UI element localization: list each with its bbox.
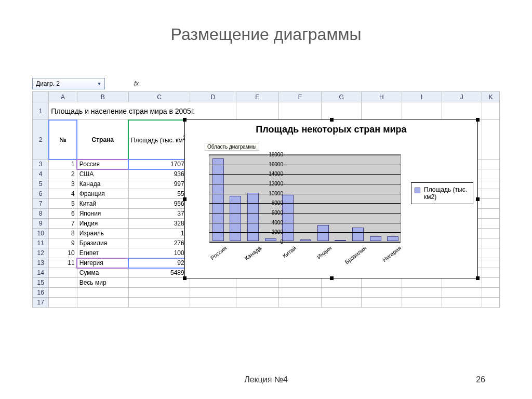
cell[interactable]: 10 bbox=[49, 249, 76, 257]
row-header[interactable]: 13 bbox=[33, 258, 49, 268]
row-header[interactable]: 2 bbox=[33, 120, 49, 159]
bar[interactable] bbox=[300, 240, 311, 241]
fx-icon[interactable]: fx bbox=[134, 80, 139, 87]
resize-handle[interactable] bbox=[183, 197, 187, 201]
cell[interactable]: 54894 bbox=[129, 269, 190, 276]
cell[interactable]: 1002 bbox=[129, 249, 190, 257]
row-header[interactable]: 17 bbox=[33, 298, 49, 308]
row-header[interactable]: 10 bbox=[33, 229, 49, 238]
cell[interactable]: 11 bbox=[49, 259, 76, 267]
resize-handle[interactable] bbox=[330, 276, 334, 280]
select-all-corner[interactable] bbox=[33, 92, 49, 102]
col-header[interactable]: J bbox=[442, 92, 482, 102]
cell[interactable]: Япония bbox=[77, 210, 128, 217]
row-header[interactable]: 1 bbox=[33, 102, 49, 120]
cell[interactable]: Весь мир bbox=[77, 279, 128, 286]
col-header[interactable]: F bbox=[278, 92, 321, 102]
cell[interactable]: 8 bbox=[49, 230, 76, 237]
cell[interactable]: 3 bbox=[49, 180, 76, 188]
cell[interactable]: 4 bbox=[49, 190, 76, 197]
col-header[interactable]: E bbox=[236, 92, 278, 102]
col-header[interactable]: A bbox=[49, 92, 77, 102]
cell[interactable]: Площадь и население стран мира в 2005г. bbox=[49, 107, 235, 115]
cell[interactable]: Россия bbox=[77, 161, 128, 168]
legend-swatch-icon bbox=[415, 188, 420, 193]
cell[interactable]: Бразилия bbox=[77, 240, 128, 247]
bar[interactable] bbox=[370, 236, 381, 241]
y-tick-label: 2000 bbox=[262, 229, 283, 235]
cell[interactable]: 5 bbox=[49, 200, 76, 207]
resize-handle[interactable] bbox=[476, 118, 480, 122]
cell[interactable]: Площадь (тыс. км2) bbox=[129, 135, 190, 144]
row-header[interactable]: 7 bbox=[33, 199, 49, 209]
row-header[interactable]: 9 bbox=[33, 219, 49, 229]
cell[interactable]: 372 bbox=[129, 210, 190, 217]
col-header[interactable]: C bbox=[128, 92, 190, 102]
cell[interactable]: 9 bbox=[49, 240, 76, 247]
row-header[interactable]: 3 bbox=[33, 159, 49, 169]
bar[interactable] bbox=[317, 225, 329, 241]
cell[interactable]: 6 bbox=[49, 210, 76, 217]
x-tick-label: Китай bbox=[265, 245, 298, 272]
col-header[interactable]: G bbox=[321, 92, 361, 102]
cell[interactable]: США bbox=[77, 170, 128, 178]
row-header[interactable]: 12 bbox=[33, 248, 49, 258]
cell[interactable]: Египет bbox=[77, 249, 128, 257]
row-header[interactable]: 8 bbox=[33, 209, 49, 219]
resize-handle[interactable] bbox=[330, 118, 334, 122]
cell[interactable]: Индия bbox=[77, 220, 128, 227]
cell[interactable]: 9363 bbox=[129, 170, 190, 178]
row-header[interactable]: 5 bbox=[33, 179, 49, 189]
resize-handle[interactable] bbox=[183, 118, 187, 122]
row-header[interactable]: 4 bbox=[33, 169, 49, 179]
col-header[interactable]: K bbox=[482, 92, 499, 102]
cell[interactable]: 9976 bbox=[129, 180, 190, 188]
cell[interactable]: Китай bbox=[77, 200, 128, 207]
row-header[interactable]: 16 bbox=[33, 288, 49, 298]
cell[interactable]: 1 bbox=[49, 161, 76, 168]
cell[interactable]: Франция bbox=[77, 190, 128, 197]
cell[interactable]: 924 bbox=[129, 259, 190, 267]
cell[interactable]: 2 bbox=[49, 170, 76, 178]
cell[interactable]: 3288 bbox=[129, 220, 190, 227]
cell[interactable]: 2767 bbox=[129, 240, 190, 247]
row-header[interactable]: 11 bbox=[33, 238, 49, 248]
resize-handle[interactable] bbox=[183, 276, 187, 280]
cell[interactable]: № bbox=[49, 136, 76, 143]
resize-handle[interactable] bbox=[476, 197, 480, 201]
bar[interactable] bbox=[230, 196, 241, 241]
chart-legend[interactable]: Площадь (тыс. км2) bbox=[411, 182, 473, 204]
cell[interactable]: 9561 bbox=[129, 200, 190, 207]
col-header[interactable]: D bbox=[190, 92, 236, 102]
row-header[interactable]: 14 bbox=[33, 268, 49, 278]
bar[interactable] bbox=[335, 240, 346, 241]
bar[interactable] bbox=[282, 195, 294, 241]
cell[interactable]: Страна bbox=[77, 136, 128, 143]
cell[interactable]: 17075 bbox=[129, 161, 190, 168]
name-box[interactable]: Диагр. 2 ▼ bbox=[32, 78, 105, 89]
bar[interactable] bbox=[352, 228, 364, 241]
cell[interactable]: Канада bbox=[77, 180, 128, 188]
row-header[interactable]: 6 bbox=[33, 189, 49, 199]
resize-handle[interactable] bbox=[476, 276, 480, 280]
cell[interactable]: Сумма bbox=[77, 269, 128, 276]
y-tick-label: 14000 bbox=[262, 171, 283, 177]
bar[interactable] bbox=[387, 236, 398, 241]
col-header[interactable]: B bbox=[77, 92, 128, 102]
cell[interactable]: 7 bbox=[49, 220, 76, 227]
cell[interactable]: 14 bbox=[129, 230, 190, 237]
cell[interactable]: 552 bbox=[129, 190, 190, 197]
col-header[interactable]: I bbox=[402, 92, 442, 102]
embedded-chart[interactable]: Площадь некоторых стран мира Область диа… bbox=[184, 119, 478, 278]
plot-area[interactable] bbox=[209, 154, 401, 242]
bar[interactable] bbox=[247, 193, 259, 241]
chart-area-tooltip: Область диаграммы bbox=[205, 143, 259, 151]
dropdown-icon[interactable]: ▼ bbox=[97, 82, 101, 86]
x-tick-label: Бразилия bbox=[335, 245, 368, 272]
row-header[interactable]: 15 bbox=[33, 278, 49, 288]
bar[interactable] bbox=[212, 158, 224, 241]
y-tick-label: 18000 bbox=[262, 152, 283, 157]
cell[interactable]: Израиль bbox=[77, 230, 128, 237]
col-header[interactable]: H bbox=[362, 92, 402, 102]
cell[interactable]: Нигерия bbox=[77, 259, 128, 267]
